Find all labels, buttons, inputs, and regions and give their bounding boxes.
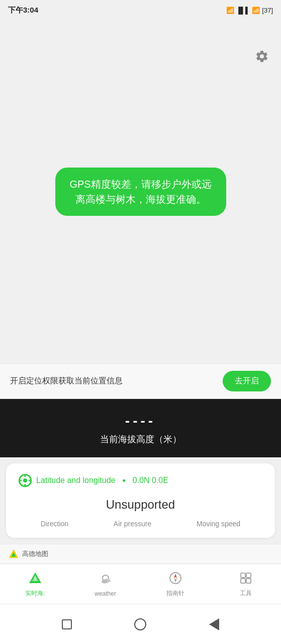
tab-weather[interactable]: weather: [70, 572, 141, 597]
recent-apps-button[interactable]: [58, 615, 76, 633]
lat-lon-label: Latitude and longitude: [36, 476, 115, 485]
battery-icon: [37]: [262, 7, 273, 14]
tab-realtime-icon: [28, 571, 42, 587]
svg-rect-20: [246, 579, 251, 583]
signal-icon: ▐▌▌: [236, 7, 250, 14]
gear-icon: [255, 49, 269, 63]
status-time: 下午3:04: [8, 6, 38, 15]
permission-text: 开启定位权限获取当前位置信息: [10, 376, 123, 386]
info-card: Latitude and longitude • 0.0N 0.0E Unsup…: [6, 463, 275, 538]
amap-logo-text: 高德地图: [22, 549, 48, 558]
tab-compass-icon: [168, 571, 182, 587]
stat-moving-speed: Moving speed: [197, 520, 240, 528]
info-card-top: Latitude and longitude • 0.0N 0.0E: [18, 473, 263, 488]
amap-branding: 高德地图: [0, 544, 281, 564]
svg-point-13: [102, 580, 108, 583]
home-button[interactable]: [131, 615, 149, 633]
tab-compass-label: 指南针: [166, 589, 184, 598]
open-permission-button[interactable]: 去开启: [223, 371, 271, 391]
dot-separator: •: [122, 475, 125, 486]
tab-tools[interactable]: 工具: [211, 571, 281, 598]
main-area: GPS精度较差，请移步户外或远离高楼与树木，海拔更准确。 开启定位权限获取当前位…: [0, 20, 281, 564]
info-card-middle: Unsupported: [18, 498, 263, 512]
wifi-icon: 📶: [252, 7, 260, 14]
svg-rect-19: [241, 579, 245, 583]
recent-apps-icon: [62, 619, 72, 629]
back-icon: [209, 618, 219, 630]
unsupported-text: Unsupported: [106, 498, 175, 511]
bluetooth-icon: 📶: [226, 7, 234, 14]
svg-marker-15: [174, 574, 177, 578]
gps-bubble-area: GPS精度较差，请移步户外或远离高楼与树木，海拔更准确。: [0, 20, 281, 363]
altitude-label: 当前海拔高度（米）: [100, 433, 181, 445]
settings-button[interactable]: [251, 45, 273, 67]
svg-rect-17: [241, 573, 245, 578]
location-icon: [18, 473, 32, 488]
altitude-panel: ---- 当前海拔高度（米）: [0, 399, 281, 457]
tab-tools-icon: [239, 571, 253, 587]
gps-bubble: GPS精度较差，请移步户外或远离高楼与树木，海拔更准确。: [55, 168, 226, 216]
tab-weather-label: weather: [95, 590, 116, 597]
tab-realtime-label: 实时海:: [25, 589, 45, 598]
tab-compass[interactable]: 指南针: [141, 571, 211, 598]
stat-air-pressure: Air pressure: [114, 520, 151, 528]
permission-bar: 开启定位权限获取当前位置信息 去开启: [0, 363, 281, 399]
stat-direction: Direction: [41, 520, 68, 528]
svg-marker-16: [174, 578, 177, 583]
status-bar: 下午3:04 📶 ▐▌▌ 📶 [37]: [0, 0, 281, 20]
back-button[interactable]: [205, 615, 223, 633]
tab-weather-icon: [99, 572, 113, 588]
coord-value: 0.0N 0.0E: [133, 476, 168, 485]
svg-point-1: [23, 478, 27, 482]
tab-tools-label: 工具: [240, 589, 252, 598]
svg-rect-18: [246, 573, 251, 578]
home-icon: [134, 618, 146, 630]
info-card-bottom: Direction Air pressure Moving speed: [18, 520, 263, 528]
gps-bubble-text: GPS精度较差，请移步户外或远离高楼与树木，海拔更准确。: [69, 179, 211, 205]
amap-logo-icon: [8, 548, 19, 559]
system-nav-bar: [0, 604, 281, 644]
tab-bar: 实时海: weather 指南针: [0, 564, 281, 604]
tab-realtime[interactable]: 实时海:: [0, 571, 70, 598]
status-icons: 📶 ▐▌▌ 📶 [37]: [226, 7, 273, 14]
altitude-dashes: ----: [125, 413, 156, 429]
